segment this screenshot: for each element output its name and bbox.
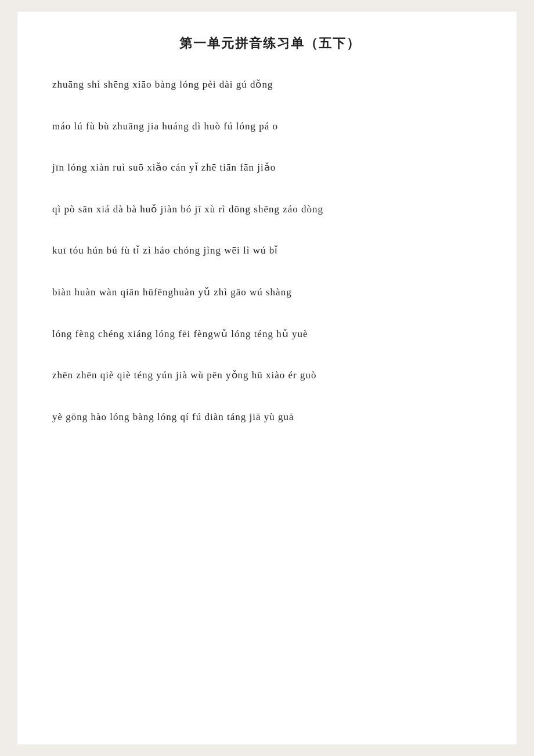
page-title: 第一单元拼音练习单（五下） xyxy=(52,35,488,52)
content-area: zhuāng shì shēng xiāo bàng lóng pèi dài … xyxy=(52,73,488,428)
row-5: kuī tóu hún bú fù tǐ zì háo chóng jìng w… xyxy=(52,239,488,262)
row-2-text: máo lú fù bù zhuāng jia huáng dì huò fú … xyxy=(52,121,278,132)
row-9-text: yè gōng hào lóng bàng lóng qí fú diàn tá… xyxy=(52,411,294,422)
row-5-text: kuī tóu hún bú fù tǐ zì háo chóng jìng w… xyxy=(52,245,278,256)
row-1: zhuāng shì shēng xiāo bàng lóng pèi dài … xyxy=(52,73,488,96)
row-4-text: qì pò sān xiá dà bà huǒ jiàn bó jī xù rì… xyxy=(52,204,323,215)
row-3-text: jīn lóng xiàn ruì suō xiǎo cán yǐ zhē ti… xyxy=(52,162,276,173)
row-9: yè gōng hào lóng bàng lóng qí fú diàn tá… xyxy=(52,406,488,429)
row-8-text: zhēn zhēn qiè qiè téng yún jià wù pēn yǒ… xyxy=(52,370,317,381)
row-4: qì pò sān xiá dà bà huǒ jiàn bó jī xù rì… xyxy=(52,198,488,221)
row-6-text: biàn huàn wàn qiān hūfēnghuàn yǔ zhì gāo… xyxy=(52,287,292,298)
row-6: biàn huàn wàn qiān hūfēnghuàn yǔ zhì gāo… xyxy=(52,281,488,304)
row-7-text: lóng fèng chéng xiáng lóng fēi fèngwǔ ló… xyxy=(52,328,308,339)
page: 第一单元拼音练习单（五下） zhuāng shì shēng xiāo bàng… xyxy=(17,12,517,744)
row-2: máo lú fù bù zhuāng jia huáng dì huò fú … xyxy=(52,115,488,138)
row-1-text: zhuāng shì shēng xiāo bàng lóng pèi dài … xyxy=(52,79,273,90)
row-8: zhēn zhēn qiè qiè téng yún jià wù pēn yǒ… xyxy=(52,364,488,387)
row-7: lóng fèng chéng xiáng lóng fēi fèngwǔ ló… xyxy=(52,323,488,346)
row-3: jīn lóng xiàn ruì suō xiǎo cán yǐ zhē ti… xyxy=(52,156,488,179)
